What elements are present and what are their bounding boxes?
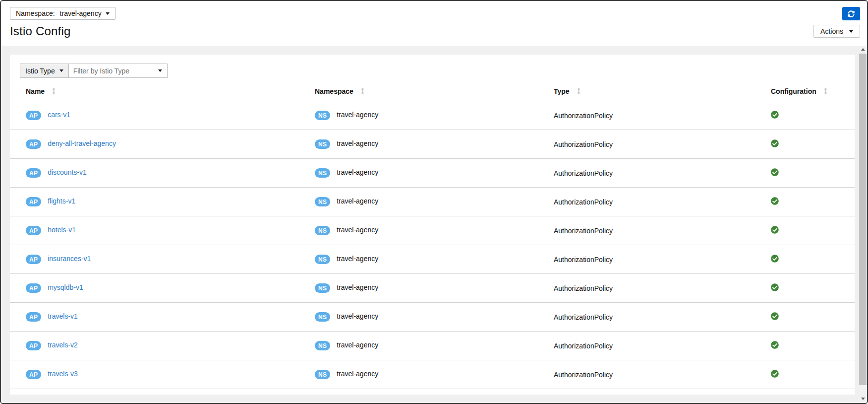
page-header: Namespace: travel-agency Istio Config Ac… [1, 1, 867, 46]
sort-icon[interactable] [577, 88, 580, 96]
namespace-value: travel-agency [337, 283, 378, 291]
istio-type-badge: AP [26, 341, 41, 350]
namespace-badge: NS [315, 370, 330, 379]
istio-type-dropdown[interactable]: Istio Type [20, 64, 69, 78]
istio-type-badge: AP [26, 283, 41, 293]
valid-config-check-icon [771, 226, 779, 234]
valid-config-check-icon [771, 255, 779, 263]
namespace-value: travel-agency [337, 197, 378, 205]
chevron-down-icon [59, 69, 63, 72]
istio-config-table: Name Namespace Type Configuration [10, 82, 855, 389]
page-title: Istio Config [10, 24, 70, 38]
sort-icon[interactable] [824, 88, 827, 96]
table-row: AP discounts-v1 NS travel-agency Authori… [10, 159, 855, 188]
config-name-link[interactable]: cars-v1 [48, 111, 70, 119]
sort-icon[interactable] [52, 88, 56, 96]
scroll-down-button[interactable] [859, 395, 867, 403]
namespace-selector-label: Namespace: [16, 9, 55, 17]
refresh-button[interactable] [842, 7, 860, 20]
valid-config-check-icon [771, 312, 779, 320]
scroll-down-icon [861, 398, 865, 400]
istio-type-badge: AP [26, 255, 41, 264]
namespace-value: travel-agency [337, 255, 378, 263]
table-row: AP travels-v1 NS travel-agency Authoriza… [10, 303, 855, 332]
config-name-link[interactable]: flights-v1 [48, 197, 75, 205]
istio-type-dropdown-label: Istio Type [25, 67, 55, 75]
namespace-selector[interactable]: Namespace: travel-agency [10, 7, 116, 20]
config-name-link[interactable]: hotels-v1 [48, 226, 76, 234]
config-name-link[interactable]: deny-all-travel-agency [48, 139, 116, 147]
valid-config-check-icon [771, 168, 779, 176]
table-row: AP insurances-v1 NS travel-agency Author… [10, 245, 855, 274]
namespace-badge: NS [315, 341, 330, 350]
istio-type-badge: AP [26, 370, 41, 379]
refresh-icon [848, 10, 855, 17]
chevron-down-icon [849, 30, 853, 33]
namespace-selector-value: travel-agency [60, 9, 102, 17]
scroll-up-button[interactable] [859, 46, 867, 53]
namespace-value: travel-agency [337, 341, 378, 349]
namespace-value: travel-agency [337, 168, 378, 176]
namespace-value: travel-agency [337, 139, 378, 147]
type-value: AuthorizationPolicy [554, 140, 613, 148]
filter-chevron-down-icon[interactable] [158, 69, 162, 72]
type-value: AuthorizationPolicy [554, 227, 613, 235]
table-row: AP deny-all-travel-agency NS travel-agen… [10, 130, 855, 159]
valid-config-check-icon [771, 139, 779, 147]
table-row: AP travels-v2 NS travel-agency Authoriza… [10, 332, 855, 360]
table-header-row: Name Namespace Type Configuration [10, 82, 855, 101]
istio-config-card: Istio Type Name Namespace [10, 55, 855, 395]
namespace-badge: NS [315, 312, 330, 322]
sort-icon[interactable] [361, 88, 364, 96]
namespace-badge: NS [315, 197, 330, 206]
table-row: AP flights-v1 NS travel-agency Authoriza… [10, 188, 855, 216]
istio-type-badge: AP [26, 197, 41, 206]
config-name-link[interactable]: travels-v2 [48, 341, 78, 349]
istio-type-badge: AP [26, 312, 41, 322]
namespace-value: travel-agency [337, 111, 378, 119]
config-name-link[interactable]: mysqldb-v1 [48, 283, 83, 291]
config-name-link[interactable]: insurances-v1 [48, 255, 91, 263]
config-name-link[interactable]: travels-v1 [48, 312, 78, 320]
column-header-name[interactable]: Name [10, 82, 299, 101]
config-name-link[interactable]: discounts-v1 [48, 168, 87, 176]
table-row: AP travels-v3 NS travel-agency Authoriza… [10, 360, 855, 389]
namespace-value: travel-agency [337, 370, 378, 378]
filter-input[interactable] [68, 64, 168, 78]
column-header-configuration[interactable]: Configuration [755, 82, 855, 101]
valid-config-check-icon [771, 370, 779, 378]
type-value: AuthorizationPolicy [554, 284, 613, 292]
namespace-badge: NS [315, 111, 330, 120]
namespace-value: travel-agency [337, 226, 378, 234]
config-name-link[interactable]: travels-v3 [48, 370, 78, 378]
namespace-badge: NS [315, 255, 330, 264]
type-value: AuthorizationPolicy [554, 112, 613, 120]
actions-dropdown[interactable]: Actions [813, 25, 860, 38]
namespace-value: travel-agency [337, 312, 378, 320]
chevron-down-icon [106, 12, 110, 15]
table-row: AP mysqldb-v1 NS travel-agency Authoriza… [10, 274, 855, 303]
namespace-badge: NS [315, 226, 330, 235]
column-header-type[interactable]: Type [538, 82, 755, 101]
scrollbar-thumb[interactable] [859, 54, 867, 385]
column-header-namespace[interactable]: Namespace [299, 82, 538, 101]
type-value: AuthorizationPolicy [554, 198, 613, 206]
scroll-up-icon [861, 48, 865, 51]
istio-config-table-body: AP cars-v1 NS travel-agency Authorizatio… [10, 101, 855, 389]
valid-config-check-icon [771, 283, 779, 291]
type-value: AuthorizationPolicy [554, 313, 613, 321]
filter-toolbar: Istio Type [10, 64, 855, 78]
namespace-badge: NS [315, 283, 330, 293]
type-value: AuthorizationPolicy [554, 371, 613, 379]
table-row: AP cars-v1 NS travel-agency Authorizatio… [10, 101, 855, 130]
type-value: AuthorizationPolicy [554, 169, 613, 177]
istio-type-badge: AP [26, 111, 41, 120]
content-section: Istio Type Name Namespace [1, 46, 859, 403]
namespace-badge: NS [315, 168, 330, 178]
valid-config-check-icon [771, 341, 779, 349]
istio-type-badge: AP [26, 139, 41, 149]
vertical-scrollbar[interactable] [859, 46, 867, 403]
valid-config-check-icon [771, 197, 779, 205]
valid-config-check-icon [771, 111, 779, 119]
namespace-badge: NS [315, 139, 330, 149]
